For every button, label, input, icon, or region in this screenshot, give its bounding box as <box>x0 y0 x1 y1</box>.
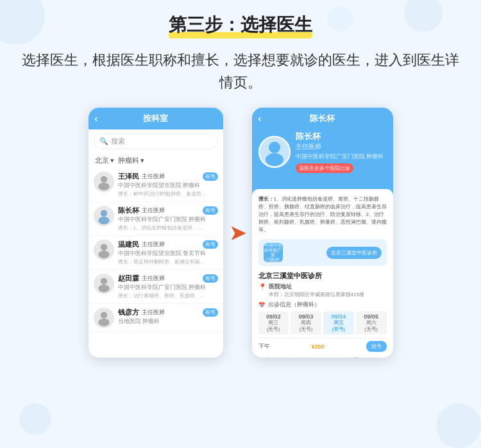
svg-point-7 <box>98 285 110 292</box>
doctor-list: 王泽民 主任医师 有号 中国中医科学院望京医院 肿瘤科 擅长：鲜中药治疗肿瘤(肺… <box>89 168 223 333</box>
arrow-section: ➤ <box>230 222 246 244</box>
doctor-info: 王泽民 主任医师 有号 中国中医科学院望京医院 肿瘤科 擅长：鲜中药治疗肿瘤(肺… <box>118 172 218 197</box>
svg-point-4 <box>100 244 107 251</box>
svg-point-2 <box>100 210 107 217</box>
specialty-text: 擅长：1、消化道肿瘤包括食道癌、胃癌、十二指肠腺癌、肝癌、胰腺癌、结直肠癌的临床… <box>258 195 387 234</box>
list-item[interactable]: 王泽民 主任医师 有号 中国中医科学院望京医院 肿瘤科 擅长：鲜中药治疗肿瘤(肺… <box>89 168 223 202</box>
list-item[interactable]: 温建民 主任医师 有号 中国中医科学院望京医院 骨关节科 擅长：双足拇外翻畸形、… <box>89 236 223 270</box>
date-cell-active[interactable]: 09/04 周五 (有号) <box>323 311 354 335</box>
search-placeholder: 搜索 <box>111 137 125 146</box>
hospital-logo-area: 中国中医科学院广安门医院 <box>264 243 283 262</box>
back-arrow-icon[interactable]: ‹ <box>95 113 98 124</box>
schedule-header: 📅 出诊信息（肿瘤科） <box>258 301 387 309</box>
left-phone: ‹ 按科室 🔍 搜索 北京 ▾ 肿瘤科 ▾ <box>89 108 223 358</box>
svg-point-5 <box>98 251 110 258</box>
search-icon: 🔍 <box>99 137 108 145</box>
detail-doc-title: 主任医师 <box>296 142 384 151</box>
svg-point-9 <box>98 319 110 326</box>
page-description: 选择医生，根据医生职称和擅长，选择想要就诊的医生，进入到医生详情页。 <box>19 49 462 94</box>
hospital-logo: 中国中医科学院广安门医院 <box>264 243 283 262</box>
city-filter[interactable]: 北京 ▾ <box>95 156 114 165</box>
avatar <box>94 172 114 192</box>
city-label: 北京 <box>95 156 109 165</box>
doctor-info: 钱彦方 主任医师 有号 当地医院 肿瘤科 <box>118 308 218 326</box>
svg-point-8 <box>100 312 107 319</box>
detail-doc-name: 陈长杯 <box>296 131 384 142</box>
svg-point-6 <box>100 278 107 285</box>
register-button[interactable]: 挂号 <box>366 341 387 352</box>
clinic-section: 北京三溪堂中医诊所 📍 医院地址 本部：北京朝阳区华威南路弘善家园415楼 📅 <box>258 271 387 358</box>
detail-header: ‹ 陈长杯 陈长杯 主任医师 中国中医科学院广安门医院 肿瘤科 该医生 <box>252 108 393 199</box>
tip-text: 号源保障：真实号源，本人出诊，诊前退款 <box>266 357 363 358</box>
address-text: 本部：北京朝阳区华威南路弘善家园415楼 <box>269 291 364 298</box>
title-label: 第三步：选择医生 <box>169 15 312 35</box>
avatar <box>94 274 114 294</box>
left-phone-title: 按科室 <box>143 113 168 124</box>
tip-row: ✓ 号源保障：真实号源，本人出诊，诊前退款 <box>258 357 387 358</box>
avatar <box>94 206 114 226</box>
list-item[interactable]: 钱彦方 主任医师 有号 当地医院 肿瘤科 <box>89 304 223 333</box>
online-badge: 该医生在多个医院出诊 <box>296 163 353 173</box>
detail-back-arrow[interactable]: ‹ <box>258 113 262 124</box>
price-text: ¥200 <box>311 344 324 350</box>
avatar <box>94 308 114 328</box>
left-phone-header: ‹ 按科室 <box>89 108 223 129</box>
date-cell[interactable]: 09/03 周四 (无号) <box>291 311 321 335</box>
detail-doc-hospital: 中国中医科学院广安门医院 肿瘤科 <box>296 153 384 161</box>
search-bar[interactable]: 🔍 搜索 <box>94 133 218 149</box>
svg-point-10 <box>269 142 280 153</box>
calendar-icon: 📅 <box>258 302 266 308</box>
doctor-info: 陈长杯 主任医师 有号 中国中医科学院广安门医院 肿瘤科 擅长：1、消化道肿瘤包… <box>118 206 218 231</box>
detail-header-top: ‹ 陈长杯 <box>258 113 387 124</box>
detail-doc-info: 陈长杯 主任医师 中国中医科学院广安门医院 肿瘤科 该医生在多个医院出诊 <box>296 131 384 173</box>
svg-point-0 <box>100 176 107 183</box>
page-title: 第三步：选择医生 <box>169 13 312 37</box>
clinic-title: 北京三溪堂中医诊所 <box>258 271 387 281</box>
schedule-dates: 09/02 周三 (无号) 09/03 周四 (无号) 09/04 <box>258 311 387 335</box>
address-row: 📍 医院地址 本部：北京朝阳区华威南路弘善家园415楼 <box>258 283 387 298</box>
dept-label: 肿瘤科 <box>118 156 139 165</box>
svg-point-3 <box>98 217 110 224</box>
doctor-info: 赵田霖 主任医师 有号 中国中医科学院广安门医院 肿瘤科 擅长：治疗鼻咽癌、肺癌… <box>118 274 218 299</box>
specialty-section: 擅长：1、消化道肿瘤包括食道癌、胃癌、十二指肠腺癌、肝癌、胰腺癌、结直肠癌的临床… <box>258 195 387 234</box>
afternoon-row: 下午 ¥200 挂号 <box>258 338 387 354</box>
book-button[interactable]: 北京三溪堂中医诊所 <box>326 247 382 259</box>
chevron-down-icon-2: ▾ <box>140 156 144 165</box>
list-item[interactable]: 赵田霖 主任医师 有号 中国中医科学院广安门医院 肿瘤科 擅长：治疗鼻咽癌、肺癌… <box>89 270 223 304</box>
filter-row: 北京 ▾ 肿瘤科 ▾ <box>89 153 223 168</box>
location-icon: 📍 <box>258 283 266 290</box>
detail-avatar <box>258 136 291 168</box>
doctor-info: 温建民 主任医师 有号 中国中医科学院望京医院 骨关节科 擅长：双足拇外翻畸形、… <box>118 240 218 265</box>
avatar <box>94 240 114 260</box>
chevron-down-icon: ▾ <box>110 156 114 165</box>
afternoon-label: 下午 <box>258 342 270 351</box>
main-content: 第三步：选择医生 选择医生，根据医生职称和擅长，选择想要就诊的医生，进入到医生详… <box>0 0 481 377</box>
detail-body: 擅长：1、消化道肿瘤包括食道癌、胃癌、十二指肠腺癌、肝癌、胰腺癌、结直肠癌的临床… <box>252 189 393 358</box>
detail-avatar-section: 陈长杯 主任医师 中国中医科学院广安门医院 肿瘤科 该医生在多个医院出诊 <box>258 131 387 173</box>
detail-title: 陈长杯 <box>310 113 335 124</box>
address-label: 医院地址 <box>269 283 364 291</box>
schedule-label: 出诊信息（肿瘤科） <box>268 301 320 309</box>
date-cell[interactable]: 09/02 周三 (无号) <box>258 311 289 335</box>
verified-icon: ✓ <box>258 357 264 358</box>
right-phone: ‹ 陈长杯 陈长杯 主任医师 中国中医科学院广安门医院 肿瘤科 该医生 <box>252 108 393 358</box>
content-area: ‹ 按科室 🔍 搜索 北京 ▾ 肿瘤科 ▾ <box>19 108 462 358</box>
date-cell[interactable]: 09/05 周六 (无号) <box>356 311 387 335</box>
svg-point-11 <box>266 153 283 166</box>
hospital-card[interactable]: 中国中医科学院广安门医院 北京三溪堂中医诊所 <box>258 239 387 266</box>
dept-filter[interactable]: 肿瘤科 ▾ <box>118 156 144 165</box>
right-arrow-icon: ➤ <box>230 222 246 244</box>
schedule-section: 📅 出诊信息（肿瘤科） 09/02 周三 (无号) 09/03 周四 <box>258 301 387 358</box>
svg-point-1 <box>98 183 110 190</box>
list-item[interactable]: 陈长杯 主任医师 有号 中国中医科学院广安门医院 肿瘤科 擅长：1、消化道肿瘤包… <box>89 202 223 236</box>
title-section: 第三步：选择医生 <box>19 13 462 37</box>
